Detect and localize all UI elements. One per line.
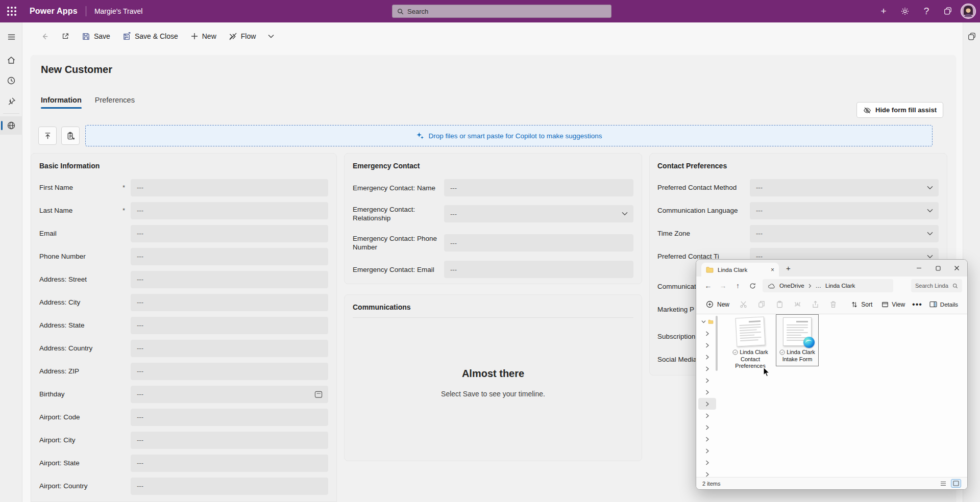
smart-paste-icon[interactable] <box>61 127 80 145</box>
sidebar-tree-item[interactable] <box>696 445 718 457</box>
refresh-icon[interactable] <box>746 279 760 292</box>
paste-icon[interactable] <box>771 297 788 312</box>
cut-icon[interactable] <box>735 297 752 312</box>
field-input-airport-state[interactable]: --- <box>131 455 328 472</box>
pinned-pin-icon[interactable] <box>0 92 22 110</box>
copilot-dropzone[interactable]: Drop files or smart paste for Copilot to… <box>85 125 933 146</box>
user-avatar[interactable] <box>961 4 976 19</box>
close-icon[interactable] <box>947 260 966 277</box>
field-input-birthday[interactable]: --- <box>131 386 328 403</box>
minimize-icon[interactable] <box>910 260 928 277</box>
field-input-emergency-contact-email[interactable]: --- <box>444 261 633 278</box>
breadcrumb-root[interactable]: OneDrive <box>779 283 804 289</box>
breadcrumb-current[interactable]: Linda Clark <box>825 283 855 289</box>
sidebar-tree-item[interactable] <box>696 421 718 433</box>
share-icon[interactable] <box>807 297 824 312</box>
explorer-search-input[interactable]: Search Linda <box>911 279 962 292</box>
field-input-address-city[interactable]: --- <box>131 294 328 311</box>
explorer-tab[interactable]: Linda Clark × <box>701 263 779 277</box>
divider <box>353 317 633 318</box>
field-input-phone-number[interactable]: --- <box>131 248 328 265</box>
nav-forward-icon[interactable]: → <box>716 279 730 292</box>
new-item-button[interactable]: New <box>701 298 734 311</box>
upload-icon[interactable] <box>38 127 57 145</box>
file-tile-linda-clark-intake-form[interactable]: Linda ClarkIntake Form <box>776 314 819 366</box>
new-button[interactable]: New <box>185 29 222 44</box>
back-button[interactable] <box>35 29 55 44</box>
breadcrumb[interactable]: OneDrive … Linda Clark <box>763 279 893 292</box>
maximize-icon[interactable] <box>928 260 947 277</box>
left-nav-rail <box>0 22 22 502</box>
tab-preferences[interactable]: Preferences <box>95 96 135 109</box>
field-input-emergency-contact-phone-number[interactable]: --- <box>444 234 633 252</box>
delete-icon[interactable] <box>825 297 842 312</box>
field-input-time-zone[interactable]: --- <box>750 225 939 242</box>
recent-clock-icon[interactable] <box>0 71 22 90</box>
tab-close-icon[interactable]: × <box>771 266 774 273</box>
thumbnail-view-icon[interactable] <box>951 479 961 488</box>
field-input-airport-country[interactable]: --- <box>131 478 328 495</box>
tab-information[interactable]: Information <box>41 96 82 109</box>
view-button[interactable]: View <box>877 298 909 311</box>
sidebar-tree-item[interactable] <box>696 363 718 374</box>
search-input[interactable]: Search <box>392 5 611 18</box>
environment-name[interactable]: Margie's Travel <box>94 7 142 15</box>
save-and-close-button[interactable]: Save & Close <box>117 29 184 44</box>
copilot-icon[interactable] <box>939 3 957 20</box>
file-tile-linda-clark-contact-preferences[interactable]: Linda ClarkContactPreferences <box>726 317 775 370</box>
sort-button[interactable]: Sort <box>847 298 876 311</box>
field-input-first-name[interactable]: --- <box>131 179 328 196</box>
list-view-icon[interactable] <box>938 479 948 488</box>
field-input-address-street[interactable]: --- <box>131 271 328 288</box>
save-button[interactable]: Save <box>76 29 116 44</box>
sidebar-tree-item[interactable] <box>696 351 718 363</box>
sidebar-tree-item[interactable] <box>698 398 716 410</box>
nav-up-icon[interactable]: ↑ <box>731 279 745 292</box>
copy-icon[interactable] <box>753 297 770 312</box>
menu-icon[interactable] <box>0 28 22 46</box>
command-overflow-chevron-icon[interactable] <box>262 31 280 42</box>
sidebar-tree-item[interactable] <box>696 410 718 421</box>
nav-back-icon[interactable]: ← <box>701 279 715 292</box>
sidebar-tree-item[interactable] <box>696 374 718 386</box>
sidebar-tree-item[interactable] <box>696 328 718 339</box>
sidebar-tree-item[interactable] <box>696 433 718 445</box>
field-input-preferred-contact-method[interactable]: --- <box>750 179 939 196</box>
explorer-files-area[interactable]: Linda ClarkContactPreferencesLinda Clark… <box>718 314 967 477</box>
field-input-emergency-contact-relationship[interactable]: --- <box>444 205 633 222</box>
copilot-pane-icon[interactable] <box>963 28 980 46</box>
sidebar-tree-item[interactable] <box>696 468 718 477</box>
field-input-address-zip[interactable]: --- <box>131 363 328 380</box>
new-tab-icon[interactable]: + <box>786 264 791 272</box>
sidebar-tree-item[interactable] <box>696 386 718 398</box>
home-icon[interactable] <box>0 51 22 69</box>
rename-icon[interactable] <box>789 297 806 312</box>
toolbar-more-icon[interactable]: ••• <box>910 300 924 309</box>
sidebar-tree-item[interactable] <box>696 457 718 468</box>
chevron-down-icon <box>927 232 933 236</box>
sidebar-root-item[interactable] <box>696 316 718 328</box>
field-input-email[interactable]: --- <box>131 225 328 242</box>
field-input-address-state[interactable]: --- <box>131 317 328 334</box>
breadcrumb-ellipsis[interactable]: … <box>816 283 822 289</box>
field-input-address-country[interactable]: --- <box>131 340 328 357</box>
details-pane-button[interactable]: Details <box>925 298 962 310</box>
flow-button[interactable]: Flow <box>223 29 262 44</box>
field-label: Airport: City <box>39 436 122 444</box>
field-input-last-name[interactable]: --- <box>131 202 328 219</box>
divider <box>86 6 86 16</box>
field-input-communication-language[interactable]: --- <box>750 202 939 219</box>
web-globe-icon[interactable] <box>0 116 22 135</box>
hide-form-fill-assist-button[interactable]: Hide form fill assist <box>856 102 943 118</box>
sidebar-scrollbar[interactable] <box>716 316 718 371</box>
waffle-icon[interactable] <box>0 0 23 22</box>
field-input-airport-city[interactable]: --- <box>131 432 328 449</box>
field-input-emergency-contact-name[interactable]: --- <box>444 179 633 196</box>
sidebar-tree-item[interactable] <box>696 339 718 351</box>
field-input-airport-code[interactable]: --- <box>131 409 328 426</box>
settings-gear-icon[interactable] <box>896 3 914 20</box>
calendar-icon[interactable] <box>314 390 323 398</box>
help-icon[interactable]: ? <box>918 3 935 20</box>
popout-icon[interactable] <box>56 29 75 44</box>
add-icon[interactable]: + <box>875 3 892 20</box>
